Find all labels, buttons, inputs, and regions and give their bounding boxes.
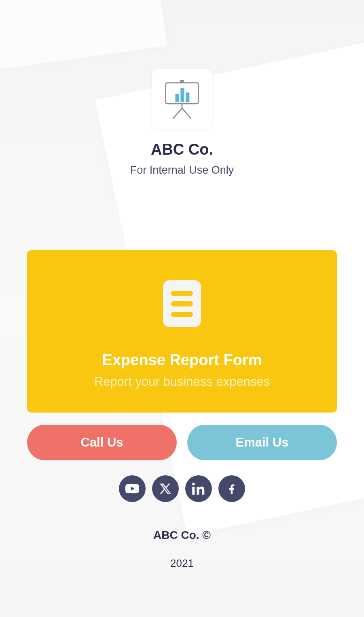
x-link[interactable] (152, 475, 179, 502)
company-logo (152, 69, 212, 130)
company-title: ABC Co. (151, 141, 213, 158)
call-us-button[interactable]: Call Us (27, 425, 177, 460)
expense-report-card[interactable]: Expense Report Form Report your business… (27, 250, 337, 413)
card-title: Expense Report Form (102, 351, 262, 369)
card-subtitle: Report your business expenses (94, 374, 270, 389)
facebook-link[interactable] (218, 475, 245, 502)
youtube-link[interactable] (119, 475, 146, 502)
social-links (119, 475, 245, 502)
svg-rect-3 (180, 88, 184, 102)
header: ABC Co. For Internal Use Only (130, 69, 234, 177)
svg-rect-4 (186, 93, 189, 102)
svg-line-7 (182, 108, 191, 119)
linkedin-icon (192, 482, 205, 495)
svg-line-6 (173, 108, 182, 119)
contact-actions: Call Us Email Us (27, 425, 337, 460)
footer: ABC Co. © 2021 (153, 529, 211, 570)
x-icon (159, 483, 171, 495)
svg-rect-2 (176, 94, 179, 102)
facebook-icon (225, 482, 238, 495)
form-icon (163, 280, 201, 327)
presentation-chart-icon (160, 77, 204, 121)
email-us-button[interactable]: Email Us (187, 425, 337, 460)
footer-company: ABC Co. © (153, 529, 211, 542)
youtube-icon (125, 481, 140, 496)
company-subtitle: For Internal Use Only (130, 164, 234, 177)
linkedin-link[interactable] (185, 475, 212, 502)
footer-year: 2021 (170, 557, 194, 570)
